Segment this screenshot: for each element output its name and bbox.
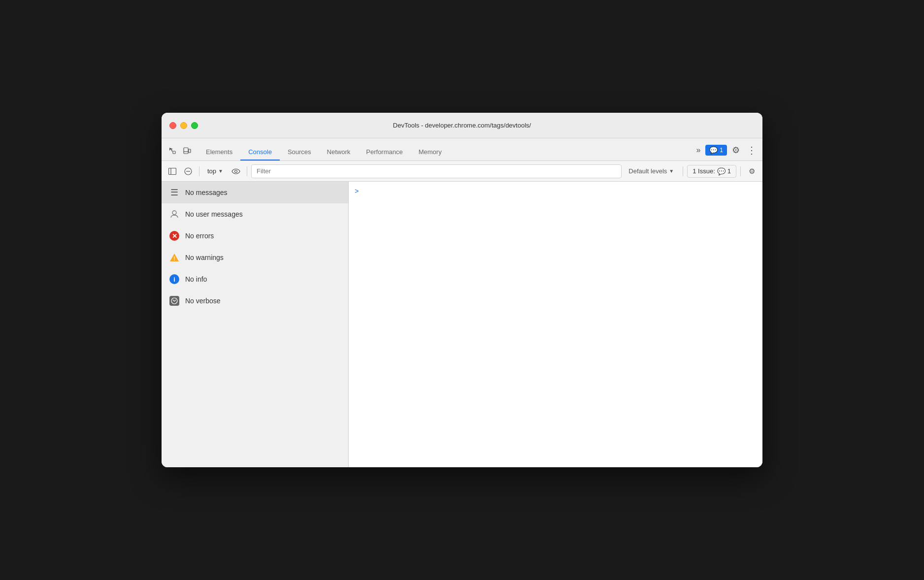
error-icon: ✕ — [169, 231, 179, 241]
toolbar-divider-4 — [740, 166, 741, 176]
device-toolbar-button[interactable] — [180, 144, 194, 158]
close-button[interactable] — [169, 122, 176, 129]
sidebar-label-no-messages: No messages — [185, 189, 228, 196]
default-levels-label: Default levels — [628, 167, 667, 175]
tab-performance[interactable]: Performance — [358, 144, 410, 161]
info-icon: i — [169, 274, 179, 284]
svg-text:!: ! — [173, 256, 175, 261]
console-area[interactable]: > — [349, 182, 762, 467]
svg-rect-4 — [169, 168, 176, 174]
svg-point-11 — [171, 298, 177, 304]
tab-console[interactable]: Console — [240, 144, 280, 161]
user-icon — [169, 209, 179, 219]
title-bar: DevTools - developer.chrome.com/tags/dev… — [162, 113, 762, 138]
tab-network[interactable]: Network — [319, 144, 359, 161]
devtools-window: DevTools - developer.chrome.com/tags/dev… — [162, 113, 762, 467]
sidebar-item-no-info[interactable]: i No info — [162, 268, 348, 290]
chevron-down-icon-levels: ▼ — [669, 168, 674, 174]
tab-sources[interactable]: Sources — [280, 144, 319, 161]
sidebar-label-no-errors: No errors — [185, 232, 214, 240]
window-title: DevTools - developer.chrome.com/tags/dev… — [393, 122, 531, 129]
tab-bar-right: » 💬 1 ⚙ ⋮ — [693, 143, 759, 161]
more-options-button[interactable]: ⋮ — [745, 143, 759, 158]
sidebar-label-no-user-messages: No user messages — [185, 210, 243, 218]
tab-elements[interactable]: Elements — [198, 144, 240, 161]
issue-badge-icon: 💬 — [709, 146, 718, 154]
more-tabs-button[interactable]: » — [693, 144, 703, 156]
toolbar-divider-1 — [199, 166, 199, 176]
issue-badge[interactable]: 💬 1 — [705, 145, 727, 156]
svg-rect-2 — [189, 149, 191, 153]
sidebar-item-no-user-messages[interactable]: No user messages — [162, 203, 348, 225]
maximize-button[interactable] — [191, 122, 198, 129]
context-selector[interactable]: top ▼ — [203, 166, 227, 176]
tab-bar-icons — [165, 144, 194, 161]
svg-point-8 — [234, 170, 237, 172]
sidebar-label-no-warnings: No warnings — [185, 254, 224, 261]
prompt-arrow-icon: > — [355, 188, 359, 195]
minimize-button[interactable] — [180, 122, 187, 129]
console-settings-button[interactable]: ⚙ — [745, 164, 759, 178]
sidebar-label-no-info: No info — [185, 275, 207, 283]
console-prompt: > — [355, 188, 757, 195]
warning-icon: ! — [169, 253, 179, 262]
tab-memory[interactable]: Memory — [411, 144, 450, 161]
main-content: ☰ No messages No user messages ✕ No erro… — [162, 182, 762, 467]
sidebar-item-no-verbose[interactable]: No verbose — [162, 290, 348, 312]
settings-button[interactable]: ⚙ — [729, 143, 743, 157]
svg-rect-0 — [173, 151, 175, 154]
svg-rect-1 — [184, 148, 188, 154]
console-toolbar: top ▼ Default levels ▼ 1 Issue: 💬 1 ⚙ — [162, 161, 762, 182]
context-selector-label: top — [207, 167, 216, 175]
console-sidebar: ☰ No messages No user messages ✕ No erro… — [162, 182, 349, 467]
issue-count-icon: 💬 — [717, 167, 726, 175]
log-levels-button[interactable]: Default levels ▼ — [624, 165, 679, 177]
list-icon: ☰ — [169, 188, 179, 197]
traffic-lights — [169, 122, 198, 129]
clear-console-button[interactable] — [181, 164, 195, 178]
issue-badge-count: 1 — [720, 147, 723, 154]
filter-input[interactable] — [251, 164, 622, 178]
toolbar-divider-3 — [683, 166, 683, 176]
issue-count-number: 1 — [727, 167, 731, 175]
inspect-element-button[interactable] — [165, 144, 179, 158]
sidebar-item-no-warnings[interactable]: ! No warnings — [162, 247, 348, 268]
sidebar-item-no-errors[interactable]: ✕ No errors — [162, 225, 348, 247]
sidebar-label-no-verbose: No verbose — [185, 297, 221, 305]
issue-counter-button[interactable]: 1 Issue: 💬 1 — [687, 165, 736, 178]
tab-bar: Elements Console Sources Network Perform… — [162, 138, 762, 161]
chevron-down-icon: ▼ — [218, 168, 223, 174]
issue-count-text: 1 Issue: — [693, 167, 715, 175]
toolbar-divider-2 — [247, 166, 247, 176]
show-console-sidebar-button[interactable] — [165, 164, 179, 178]
sidebar-item-no-messages[interactable]: ☰ No messages — [162, 182, 348, 203]
verbose-icon — [169, 296, 179, 306]
eager-eval-button[interactable] — [229, 164, 243, 178]
svg-point-9 — [172, 211, 176, 215]
